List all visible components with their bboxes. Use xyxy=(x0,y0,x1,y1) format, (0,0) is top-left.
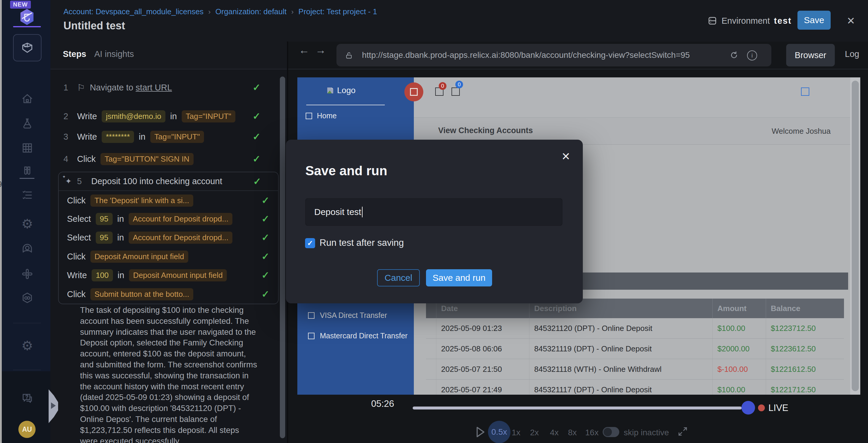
sidebar-item-persona[interactable] xyxy=(20,241,35,256)
sidebar-item-active-box[interactable] xyxy=(13,34,41,61)
forward-icon[interactable]: → xyxy=(315,44,326,56)
tab-log[interactable]: Log xyxy=(845,49,859,59)
table-row[interactable]: 2025-05-08 06:06 845321119 (DPT) - Onlin… xyxy=(426,338,844,359)
run-after-saving-checkbox[interactable]: ✓ xyxy=(305,238,315,248)
table-row[interactable]: 2025-05-09 01:23 845321120 (DPT) - Onlin… xyxy=(426,318,844,338)
environment-label: Environment xyxy=(721,16,770,26)
step-target-badge: Account for Deposit dropd... xyxy=(129,232,232,244)
breadcrumb-account[interactable]: Account: Devspace_all_module_licenses xyxy=(63,7,204,16)
speed-4x-button[interactable]: 4x xyxy=(550,428,559,437)
speed-2x-button[interactable]: 2x xyxy=(530,428,539,437)
flask-icon xyxy=(21,117,33,129)
environment-group[interactable]: Environment test xyxy=(707,12,792,30)
speed-16x-button[interactable]: 16x xyxy=(585,428,598,437)
user-avatar[interactable]: AU xyxy=(19,421,36,438)
panel-collapse-handle[interactable] xyxy=(49,389,58,423)
url-text[interactable]: http://stage.dbank.prod-apps.relicx.ai:8… xyxy=(362,51,690,60)
close-icon[interactable]: ✕ xyxy=(561,150,570,163)
app-logo-icon[interactable] xyxy=(18,8,36,26)
substep-row[interactable]: Select 95 in Account for Deposit dropd..… xyxy=(67,210,269,227)
new-badge: NEW xyxy=(10,1,31,9)
cell-balance: $1223712.50 xyxy=(766,318,844,338)
broken-image-icon[interactable] xyxy=(801,87,809,96)
tab-steps[interactable]: Steps xyxy=(63,49,86,59)
sidebar-item-checklist[interactable] xyxy=(20,187,35,203)
check-icon: ✓ xyxy=(261,213,270,225)
step-number: 4 xyxy=(63,154,72,164)
breadcrumb: Account: Devspace_all_module_licenses › … xyxy=(63,7,377,16)
sidebar-active-indicator xyxy=(20,178,34,179)
step-action: Click xyxy=(67,196,86,206)
speed-0.5x-button[interactable]: 0.5x xyxy=(488,421,510,443)
skip-inactive-toggle[interactable] xyxy=(603,427,619,437)
hexagon-link-icon xyxy=(21,292,33,304)
sidebar-item-home[interactable] xyxy=(20,91,35,107)
test-name-input[interactable]: Deposit test xyxy=(305,198,562,226)
step-conj: in xyxy=(170,112,177,121)
expand-icon[interactable] xyxy=(677,426,688,437)
bank-logo[interactable]: Logo xyxy=(326,86,355,95)
step-conj: in xyxy=(118,270,125,280)
bank-nav-visa[interactable]: VISA Direct Transfer xyxy=(308,311,387,320)
sidebar-item-settings-2[interactable]: ⚙ xyxy=(20,338,35,353)
step-group-5[interactable]: ✦✦ 5 Deposit 100 into checking account ✓… xyxy=(58,172,279,304)
substep-row[interactable]: Click The 'Deposit' link with a si... ✓ xyxy=(67,192,269,209)
bank-nav-mastercard[interactable]: Mastercard Direct Transfer xyxy=(308,331,408,340)
substep-row[interactable]: Select 95 in Account for Deposit dropd..… xyxy=(67,229,269,246)
table-row[interactable]: 2025-05-07 21:50 845321118 (WTH) - Onlin… xyxy=(426,359,844,380)
test-name-value: Deposit test xyxy=(314,207,361,217)
substep-row[interactable]: Click Submit button at the botto... ✓ xyxy=(67,286,269,302)
step-group-header[interactable]: ✦✦ 5 Deposit 100 into checking account ✓ xyxy=(59,172,278,191)
speed-8x-button[interactable]: 8x xyxy=(568,428,577,437)
user-search-icon xyxy=(21,242,33,255)
sidebar-item-integrations[interactable] xyxy=(20,266,35,282)
step-row-3[interactable]: 3 Write ******** in Tag="INPUT" ✓ xyxy=(51,128,270,145)
sidebar-item-tests[interactable] xyxy=(20,164,35,179)
step-row-2[interactable]: 2 Write jsmith@demo.io in Tag="INPUT" ✓ xyxy=(51,108,270,124)
speed-1x-button[interactable]: 1x xyxy=(512,428,521,437)
sidebar-item-settings[interactable]: ⚙ xyxy=(20,216,35,231)
steps-scrollbar[interactable] xyxy=(280,77,285,438)
sidebar-item-help-chat[interactable] xyxy=(20,391,35,406)
check-icon: ✓ xyxy=(261,195,270,206)
page-title: Untitled test xyxy=(63,20,125,32)
bank-nav-home[interactable]: Home xyxy=(306,112,337,120)
seek-handle[interactable] xyxy=(741,401,755,415)
info-icon[interactable]: i xyxy=(747,51,757,60)
tab-ai-insights[interactable]: AI insights xyxy=(94,49,134,59)
breadcrumb-organization[interactable]: Organization: default xyxy=(216,7,287,16)
home-icon xyxy=(21,93,33,105)
broken-image-icon xyxy=(308,312,314,319)
steps-tabbar: Steps AI insights xyxy=(51,41,287,69)
tab-browser[interactable]: Browser xyxy=(786,44,835,66)
notification-badge-red: 0 xyxy=(439,82,446,90)
sidebar-item-table[interactable] xyxy=(20,140,35,156)
sidebar-item-lab[interactable] xyxy=(20,116,35,131)
breadcrumb-project[interactable]: Project: Test project - 1 xyxy=(299,7,377,16)
refresh-icon[interactable] xyxy=(729,51,739,60)
back-icon[interactable]: ← xyxy=(299,44,309,56)
bank-scrollbar-track[interactable] xyxy=(850,78,860,395)
cell-amount: $-100.00 xyxy=(713,359,766,379)
substep-row[interactable]: Write 100 in Deposit Amount input field … xyxy=(67,267,269,284)
close-icon[interactable]: ✕ xyxy=(847,15,855,27)
sidebar-item-automation[interactable] xyxy=(20,290,35,306)
step-row-1[interactable]: 1 ⚐ Navigate to start URL ✓ xyxy=(51,79,270,96)
broken-image-icon[interactable] xyxy=(452,87,460,96)
substep-row[interactable]: Click Deposit Amount input field ✓ xyxy=(67,248,269,265)
bank-nav-label: Mastercard Direct Transfer xyxy=(320,331,408,340)
save-button[interactable]: Save xyxy=(798,11,831,30)
bank-scrollbar-thumb[interactable] xyxy=(852,81,859,391)
step-row-4[interactable]: 4 Click Tag="BUTTON" SIGN IN ✓ xyxy=(51,151,270,167)
live-label: LIVE xyxy=(768,403,788,413)
start-url-link[interactable]: start URL xyxy=(136,83,172,92)
cancel-button[interactable]: Cancel xyxy=(377,269,420,287)
play-icon[interactable] xyxy=(475,426,486,438)
seek-track[interactable] xyxy=(413,407,742,410)
url-bar[interactable]: http://stage.dbank.prod-apps.relicx.ai:8… xyxy=(337,44,771,66)
app-sidebar: NEW xyxy=(2,0,51,443)
sidebar-divider xyxy=(13,323,41,323)
check-icon: ✓ xyxy=(261,289,270,300)
table-row[interactable]: 2025-05-07 21:49 845321117 (DPT) - Onlin… xyxy=(426,380,844,395)
save-and-run-button[interactable]: Save and run xyxy=(426,269,492,287)
